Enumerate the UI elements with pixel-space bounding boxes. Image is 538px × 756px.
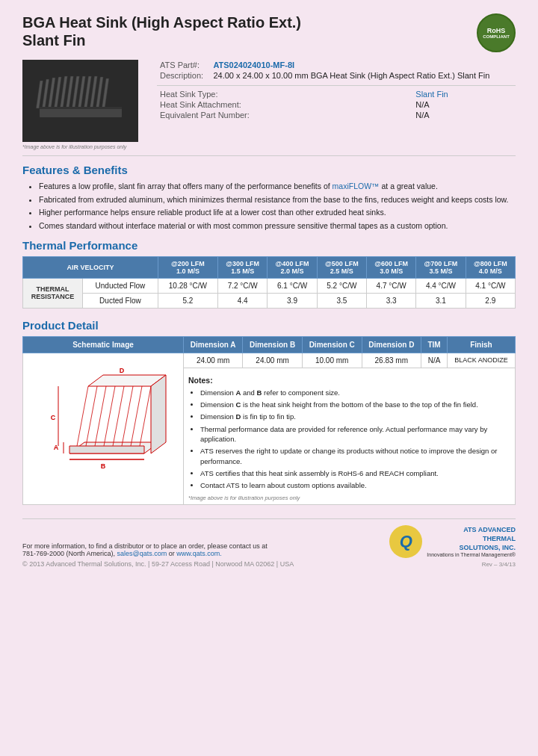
thermal-table-wrap: AIR VELOCITY @200 LFM1.0 M/S @300 LFM1.5… xyxy=(22,256,516,309)
unducted-200: 10.28 °C/W xyxy=(158,278,217,293)
svg-text:C: C xyxy=(51,414,56,421)
part-label: ATS Part#: xyxy=(157,60,210,70)
rohs-compliant-text: COMPLIANT xyxy=(483,34,510,39)
finish-value: BLACK ANODIZE xyxy=(447,353,515,368)
ducted-200: 5.2 xyxy=(158,293,217,308)
notes-cell: Notes: Dimension A and B refer to compon… xyxy=(184,368,516,505)
schematic-image-note: *Image above is for illustration purpose… xyxy=(188,495,510,501)
svg-text:D: D xyxy=(120,367,125,374)
equivalent-part-value: N/A xyxy=(412,110,516,120)
product-specs: ATS Part#: ATS024024010-MF-8I Descriptio… xyxy=(157,60,516,125)
feature-1: Features a low profile, slant fin array … xyxy=(39,181,516,192)
svg-rect-2 xyxy=(42,79,49,108)
dim-b-value: 24.00 mm xyxy=(243,353,303,368)
unducted-500: 5.2 °C/W xyxy=(317,278,366,293)
revision-text: Rev – 3/4/13 xyxy=(389,561,516,568)
ducted-700: 3.1 xyxy=(416,293,466,308)
note-6: ATS certifies that this heat sink assemb… xyxy=(200,468,510,478)
heat-sink-type-value: Slant Fin xyxy=(412,89,516,99)
note-3: Dimension D is fin tip to fin tip. xyxy=(200,412,510,421)
svg-rect-4 xyxy=(54,77,61,108)
unducted-300: 7.2 °C/W xyxy=(218,278,268,293)
col-500lfm: @500 LFM2.5 M/S xyxy=(317,256,366,278)
ducted-800: 2.9 xyxy=(466,293,515,308)
col-800lfm: @800 LFM4.0 M/S xyxy=(466,256,515,278)
footer-email[interactable]: sales@qats.com xyxy=(117,550,167,557)
schematic-image-area: B A C D xyxy=(32,356,174,483)
feature-3: Higher performance helps ensure reliable… xyxy=(39,207,516,218)
ats-brand-name: ATS ADVANCEDTHERMALSOLUTIONS, INC. xyxy=(427,526,516,552)
feature-2: Fabricated from extruded aluminum, which… xyxy=(39,194,516,205)
svg-rect-8 xyxy=(78,76,85,108)
svg-marker-15 xyxy=(69,446,144,453)
col-300lfm: @300 LFM1.5 M/S xyxy=(218,256,268,278)
svg-line-18 xyxy=(95,386,106,446)
col-700lfm: @700 LFM3.5 M/S xyxy=(416,256,466,278)
col-400lfm: @400 LFM2.0 M/S xyxy=(268,256,317,278)
rohs-text: RoHS xyxy=(487,27,506,34)
detail-table-wrap: Schematic Image Dimension A Dimension B … xyxy=(22,336,516,506)
product-image-note: *Image above is for illustration purpose… xyxy=(22,144,142,149)
svg-line-22 xyxy=(131,386,142,446)
svg-rect-7 xyxy=(72,76,79,108)
svg-marker-25 xyxy=(151,375,166,453)
tim-value: N/A xyxy=(421,353,448,368)
svg-line-20 xyxy=(113,386,124,446)
air-velocity-header: AIR VELOCITY xyxy=(23,256,158,278)
svg-rect-6 xyxy=(66,76,73,108)
header-section: BGA Heat Sink (High Aspect Ratio Ext.) S… xyxy=(22,13,516,52)
unducted-600: 4.7 °C/W xyxy=(366,278,415,293)
footer-contact: For more information, to find a distribu… xyxy=(22,542,268,550)
heat-sink-attachment-label: Heat Sink Attachment: xyxy=(157,99,412,110)
product-info-row: *Image above is for illustration purpose… xyxy=(22,60,516,149)
notes-section: Notes: Dimension A and B refer to compon… xyxy=(188,376,510,491)
footer-phone: 781-769-2000 (North America), xyxy=(22,550,115,557)
note-2: Dimension C is the heat sink height from… xyxy=(200,400,510,409)
spec-table-2: Heat Sink Type: Slant Fin Heat Sink Atta… xyxy=(157,89,516,120)
svg-line-19 xyxy=(104,386,115,446)
product-image-area: *Image above is for illustration purpose… xyxy=(22,60,142,149)
svg-line-16 xyxy=(77,386,88,446)
detail-outer-table: Schematic Image Dimension A Dimension B … xyxy=(22,336,516,506)
footer-website[interactable]: www.qats.com. xyxy=(176,550,222,557)
ducted-400: 3.9 xyxy=(268,293,317,308)
detail-header-dim-d: Dimension D xyxy=(362,336,421,353)
schematic-svg: B A C D xyxy=(32,356,174,476)
footer-contact-text: For more information, to find a distribu… xyxy=(22,542,294,557)
equivalent-part-label: Equivalent Part Number: xyxy=(157,110,412,120)
schematic-cell: B A C D xyxy=(23,353,184,505)
svg-rect-0 xyxy=(40,108,122,117)
ducted-600: 3.3 xyxy=(366,293,415,308)
col-600lfm: @600 LFM3.0 M/S xyxy=(366,256,415,278)
features-list: Features a low profile, slant fin array … xyxy=(22,181,516,232)
svg-rect-1 xyxy=(36,81,43,108)
dim-c-value: 10.00 mm xyxy=(302,353,362,368)
svg-text:B: B xyxy=(101,462,106,470)
dim-a-value: 24.00 mm xyxy=(184,353,243,368)
page-container: BGA Heat Sink (High Aspect Ratio Ext.) S… xyxy=(0,0,538,575)
title-line1: BGA Heat Sink (High Aspect Ratio Ext.) xyxy=(22,14,301,31)
detail-header-tim: TIM xyxy=(421,336,448,353)
svg-line-21 xyxy=(122,386,133,446)
ducted-300: 4.4 xyxy=(218,293,268,308)
ducted-flow-label: Ducted Flow xyxy=(83,293,158,308)
svg-rect-5 xyxy=(60,76,67,108)
part-number[interactable]: ATS024024010-MF-8I xyxy=(213,61,294,69)
ducted-500: 3.5 xyxy=(317,293,366,308)
heat-sink-type-label: Heat Sink Type: xyxy=(157,89,412,99)
footer-copyright: © 2013 Advanced Thermal Solutions, Inc. … xyxy=(22,560,294,568)
description-value: 24.00 x 24.00 x 10.00 mm BGA Heat Sink (… xyxy=(210,70,516,81)
feature-4: Comes standard without interface materia… xyxy=(39,220,516,232)
detail-header-dim-c: Dimension C xyxy=(302,336,362,353)
unducted-400: 6.1 °C/W xyxy=(268,278,317,293)
rohs-badge: RoHS COMPLIANT xyxy=(477,13,516,52)
detail-header-schematic: Schematic Image xyxy=(23,336,184,353)
page-footer: For more information, to find a distribu… xyxy=(22,518,516,568)
svg-rect-9 xyxy=(84,76,91,108)
dim-d-value: 26.83 mm xyxy=(362,353,421,368)
unducted-flow-label: Unducted Flow xyxy=(83,278,158,293)
footer-or: or xyxy=(169,550,175,557)
detail-header-dim-a: Dimension A xyxy=(184,336,243,353)
unducted-800: 4.1 °C/W xyxy=(466,278,515,293)
col-200lfm: @200 LFM1.0 M/S xyxy=(158,256,217,278)
